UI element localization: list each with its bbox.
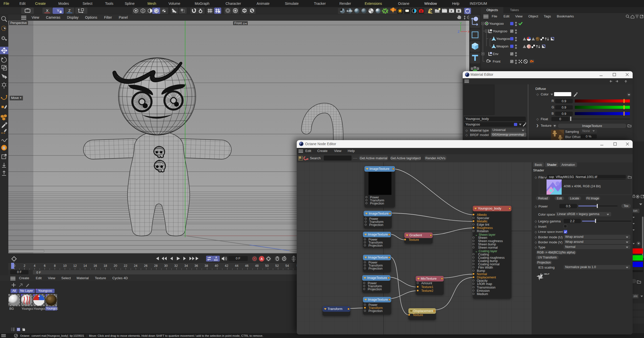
svg-text:BLEND: BLEND bbox=[347, 10, 353, 12]
svg-text:A: A bbox=[215, 256, 217, 259]
svg-text:S: S bbox=[3, 146, 5, 150]
svg-text:Z: Z bbox=[458, 30, 460, 33]
svg-text:HELP: HELP bbox=[544, 273, 550, 275]
svg-text:Y: Y bbox=[460, 21, 462, 25]
svg-text:A: A bbox=[261, 257, 263, 261]
